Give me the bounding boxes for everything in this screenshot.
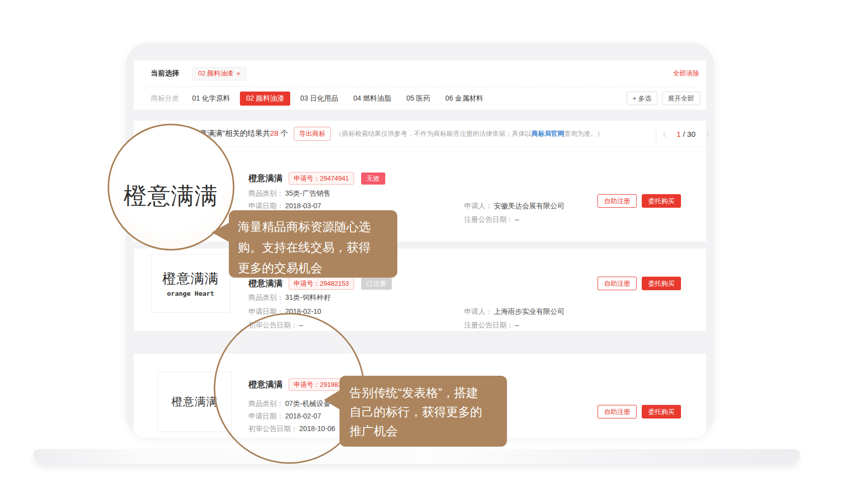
- row-actions: 自助注册 委托购买: [598, 405, 681, 418]
- current-selection-label: 当前选择: [151, 69, 179, 78]
- trademark-row-2: 橙意满满 orange Heart 橙意满满 申请号：29482153 已注册 …: [134, 248, 706, 331]
- reg-publication: 注册公告日期：–: [464, 321, 519, 330]
- row-title-line: 橙意满满 申请号：29474941 无效: [248, 172, 385, 185]
- page-indicator: 1 / 30: [676, 130, 696, 138]
- row-actions: 自助注册 委托购买: [598, 194, 681, 208]
- apply-date-line: 申请日期：2018-03-07 申请人：安徽美达会展有限公司: [248, 202, 321, 211]
- header-divider: [656, 124, 656, 143]
- tooltip-trade-resources: 海量精品商标资源随心选 购。支持在线交易，获得 更多的交易机会: [229, 210, 397, 278]
- selected-filter-tag-label: 02 颜料油漆: [198, 69, 233, 78]
- category-line: 商品类别：35类-广告销售: [248, 189, 330, 198]
- category-row: 商标分类 01 化学原料 02 颜料油漆 03 日化用品 04 燃料油脂 05 …: [134, 87, 706, 110]
- row-title-line: 橙意满满 申请号：29482153 已注册: [248, 277, 392, 290]
- disclaimer-text: （商标检索结果仅供参考，不作为商标能否注册的法律依据；具体以商标局官网查询为准。…: [335, 129, 604, 138]
- expand-all-button[interactable]: 展开全部: [662, 92, 700, 105]
- self-register-button[interactable]: 自助注册: [598, 277, 637, 290]
- multi-select-button[interactable]: + 多选: [627, 92, 657, 105]
- category-label: 商标分类: [151, 94, 179, 103]
- status-badge: 无效: [361, 173, 385, 185]
- applicant: 申请人：上海雨步实业有限公司: [464, 307, 564, 316]
- tooltip-promotion: 告别传统“发表格”，搭建 自己的标行，获得更多的 推广机会: [339, 376, 507, 447]
- tag-close-icon[interactable]: ×: [236, 70, 240, 77]
- pagination: ‹ 1 / 30 ›: [661, 121, 711, 147]
- category-item-05[interactable]: 05 医药: [406, 94, 430, 103]
- tooltip-arrow: [324, 390, 340, 410]
- tooltip-arrow: [212, 222, 230, 242]
- trademark-name[interactable]: 橙意满满: [248, 278, 283, 289]
- prev-page-icon[interactable]: ‹: [663, 129, 666, 139]
- reg-publication: 注册公告日期：–: [464, 215, 519, 224]
- entrust-buy-button[interactable]: 委托购买: [642, 277, 681, 290]
- trademark-name[interactable]: 橙意满满: [248, 173, 283, 184]
- entrust-buy-button[interactable]: 委托购买: [642, 405, 681, 418]
- entrust-buy-button[interactable]: 委托购买: [642, 194, 681, 208]
- selected-filter-tag[interactable]: 02 颜料油漆 ×: [192, 67, 246, 80]
- row-gap: [134, 241, 706, 248]
- page: 当前选择 02 颜料油漆 × 全部清除 商标分类 01 化学原料 02 颜料油漆…: [0, 0, 853, 504]
- laptop-base: [33, 449, 800, 464]
- filter-panel: 当前选择 02 颜料油漆 × 全部清除 商标分类 01 化学原料 02 颜料油漆…: [134, 60, 706, 110]
- export-trademark-button[interactable]: 导出商标: [294, 127, 331, 141]
- trademark-office-link[interactable]: 商标局官网: [532, 130, 564, 137]
- next-page-icon[interactable]: ›: [706, 129, 709, 139]
- application-number-badge: 申请号：29474941: [289, 172, 354, 185]
- category-item-04[interactable]: 04 燃料油脂: [353, 94, 391, 103]
- magnified-trademark-text: 橙意满满: [124, 162, 218, 212]
- status-badge: 已注册: [361, 278, 392, 290]
- trademark-image[interactable]: 橙意满满 orange Heart: [151, 254, 230, 313]
- category-item-06[interactable]: 06 金属材料: [445, 94, 483, 103]
- application-number-badge: 申请号：29482153: [289, 277, 354, 290]
- category-line: 商品类别：31类-饲料种籽: [248, 293, 330, 302]
- category-item-02-selected[interactable]: 02 颜料油漆: [240, 92, 290, 106]
- results-count: 28: [270, 129, 279, 137]
- category-item-03[interactable]: 03 日化用品: [300, 94, 338, 103]
- row-actions: 自助注册 委托购买: [598, 277, 681, 290]
- self-register-button[interactable]: 自助注册: [598, 194, 637, 208]
- clear-all-button[interactable]: 全部清除: [673, 69, 699, 78]
- results-header: 为您检索到“橙意满满”相关的结果共28 个 导出商标 （商标检索结果仅供参考，不…: [134, 121, 706, 147]
- category-item-01[interactable]: 01 化学原料: [192, 94, 230, 103]
- self-register-button[interactable]: 自助注册: [598, 405, 637, 418]
- applicant: 申请人：安徽美达会展有限公司: [464, 202, 564, 211]
- current-selection-row: 当前选择 02 颜料油漆 × 全部清除: [134, 60, 706, 87]
- row-gap: [134, 331, 706, 354]
